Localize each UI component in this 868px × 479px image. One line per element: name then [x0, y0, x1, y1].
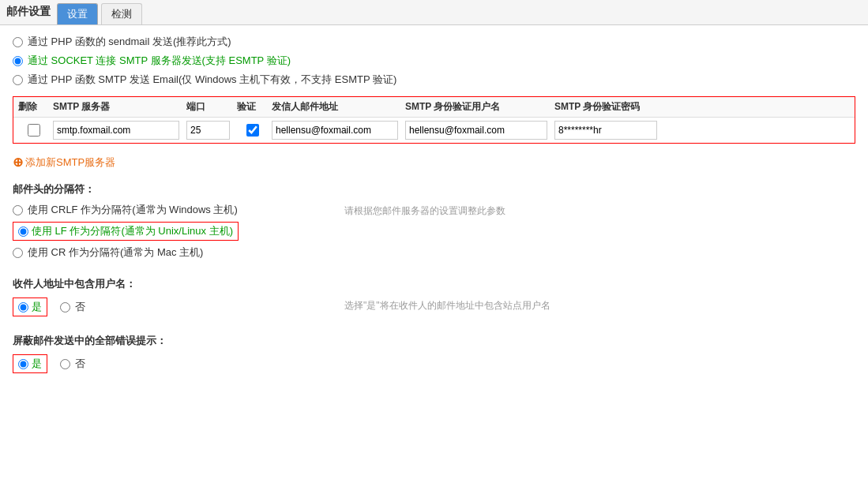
- label-hide-yes: 是: [32, 357, 42, 371]
- smtp-email-input[interactable]: [272, 121, 398, 140]
- send-method-socket[interactable]: 通过 SOCKET 连接 SMTP 服务器发送(支持 ESMTP 验证): [13, 54, 855, 68]
- smtp-section: 删除 SMTP 服务器 端口 验证 发信人邮件地址 SMTP 身份验证用户名 S…: [13, 96, 855, 144]
- header-delete: 删除: [18, 100, 50, 114]
- smtp-table: 删除 SMTP 服务器 端口 验证 发信人邮件地址 SMTP 身份验证用户名 S…: [13, 96, 855, 144]
- label-cr: 使用 CR 作为分隔符(通常为 Mac 主机): [28, 245, 203, 260]
- radio-php-smtp[interactable]: [13, 75, 23, 85]
- smtp-user-input[interactable]: [405, 121, 547, 140]
- include-username-left: 是 否: [13, 298, 329, 321]
- radio-sendmail[interactable]: [13, 37, 23, 47]
- send-method-php-smtp[interactable]: 通过 PHP 函数 SMTP 发送 Email(仅 Windows 主机下有效，…: [13, 73, 855, 87]
- separator-lf[interactable]: 使用 LF 作为分隔符(通常为 Unix/Linux 主机): [13, 222, 329, 241]
- include-username-section: 收件人地址中包含用户名： 是 否 选择"是"将在收件人的邮件地址中包含站点用户名: [13, 277, 855, 321]
- smtp-auth-cell: [237, 124, 269, 137]
- tab-bar: 邮件设置 设置 检测: [0, 0, 868, 25]
- radio-username-yes[interactable]: [18, 302, 28, 312]
- hide-errors-yes[interactable]: 是 否: [13, 354, 855, 373]
- header-separator-title: 邮件头的分隔符：: [13, 182, 855, 196]
- label-sendmail: 通过 PHP 函数的 sendmail 发送(推荐此方式): [28, 35, 231, 49]
- header-auth: 验证: [237, 100, 269, 114]
- smtp-port-input[interactable]: [186, 121, 230, 140]
- radio-username-no[interactable]: [60, 302, 70, 312]
- include-username-options: 是 否 选择"是"将在收件人的邮件地址中包含站点用户名: [13, 298, 855, 321]
- radio-hide-no[interactable]: [60, 359, 70, 369]
- smtp-table-row: [13, 118, 855, 143]
- label-lf: 使用 LF 作为分隔符(通常为 Unix/Linux 主机): [32, 224, 233, 238]
- header-sender-email: 发信人邮件地址: [272, 100, 402, 114]
- tab-detect[interactable]: 检测: [101, 3, 142, 24]
- smtp-table-header: 删除 SMTP 服务器 端口 验证 发信人邮件地址 SMTP 身份验证用户名 S…: [13, 97, 855, 118]
- header-separator-section: 邮件头的分隔符： 使用 CRLF 作为分隔符(通常为 Windows 主机) 使…: [13, 182, 855, 264]
- separator-crlf[interactable]: 使用 CRLF 作为分隔符(通常为 Windows 主机): [13, 203, 329, 217]
- smtp-auth-checkbox[interactable]: [246, 124, 259, 137]
- header-port: 端口: [186, 100, 234, 114]
- header-server: SMTP 服务器: [53, 100, 183, 114]
- smtp-server-input[interactable]: [53, 121, 179, 140]
- header-separator-options: 使用 CRLF 作为分隔符(通常为 Windows 主机) 使用 LF 作为分隔…: [13, 203, 855, 264]
- radio-lf[interactable]: [18, 226, 28, 237]
- smtp-email-cell: [272, 121, 402, 140]
- header-separator-hint: 请根据您邮件服务器的设置调整此参数: [344, 203, 505, 218]
- add-smtp-label: 添加新SMTP服务器: [25, 155, 115, 170]
- smtp-server-cell: [53, 121, 183, 140]
- username-yes[interactable]: 是 否: [13, 298, 329, 316]
- hide-errors-yes-bordered: 是: [13, 354, 47, 373]
- separator-lf-bordered: 使用 LF 作为分隔符(通常为 Unix/Linux 主机): [13, 222, 239, 241]
- include-username-hint: 选择"是"将在收件人的邮件地址中包含站点用户名: [344, 298, 550, 312]
- smtp-delete-checkbox[interactable]: [28, 124, 40, 137]
- radio-crlf[interactable]: [13, 205, 23, 215]
- smtp-port-cell: [186, 121, 234, 140]
- hide-errors-section: 屏蔽邮件发送中的全部错误提示： 是 否: [13, 334, 855, 373]
- label-username-no: 否: [75, 300, 85, 314]
- radio-socket[interactable]: [13, 56, 23, 66]
- label-crlf: 使用 CRLF 作为分隔符(通常为 Windows 主机): [28, 203, 238, 217]
- header-smtp-pass: SMTP 身份验证密码: [554, 100, 850, 114]
- separator-cr[interactable]: 使用 CR 作为分隔符(通常为 Mac 主机): [13, 245, 329, 260]
- label-socket: 通过 SOCKET 连接 SMTP 服务器发送(支持 ESMTP 验证): [28, 54, 291, 68]
- smtp-pass-cell: [554, 121, 850, 140]
- username-yes-bordered: 是: [13, 298, 47, 316]
- plus-icon: ⊕: [13, 155, 23, 170]
- label-hide-no: 否: [75, 357, 85, 371]
- radio-hide-yes[interactable]: [18, 359, 28, 369]
- radio-cr[interactable]: [13, 248, 23, 258]
- main-content: 通过 PHP 函数的 sendmail 发送(推荐此方式) 通过 SOCKET …: [0, 25, 868, 387]
- send-method-sendmail[interactable]: 通过 PHP 函数的 sendmail 发送(推荐此方式): [13, 35, 855, 49]
- smtp-user-cell: [405, 121, 551, 140]
- tab-settings[interactable]: 设置: [57, 3, 98, 24]
- add-smtp-button[interactable]: ⊕ 添加新SMTP服务器: [13, 155, 115, 170]
- include-username-title: 收件人地址中包含用户名：: [13, 277, 855, 291]
- hide-errors-title: 屏蔽邮件发送中的全部错误提示：: [13, 334, 855, 348]
- header-separator-left: 使用 CRLF 作为分隔符(通常为 Windows 主机) 使用 LF 作为分隔…: [13, 203, 329, 264]
- smtp-delete-cell: [18, 124, 50, 137]
- page-title: 邮件设置: [6, 5, 51, 24]
- label-username-yes: 是: [32, 300, 42, 314]
- smtp-pass-input[interactable]: [554, 121, 657, 140]
- label-php-smtp: 通过 PHP 函数 SMTP 发送 Email(仅 Windows 主机下有效，…: [28, 73, 396, 87]
- header-smtp-user: SMTP 身份验证用户名: [405, 100, 551, 114]
